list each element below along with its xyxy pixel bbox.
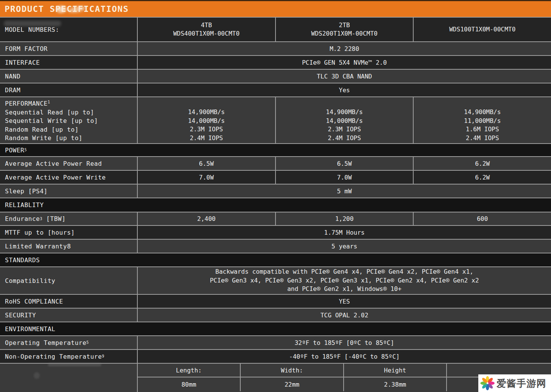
metric-value: 1.6M IOPS xyxy=(414,125,551,134)
cell-value: 2,400 xyxy=(138,212,275,225)
pinwheel-logo-icon xyxy=(480,376,495,390)
row-value: 5 years xyxy=(138,240,551,253)
compatibility-line: Backwards compatible with PCIe® Gen4 x4,… xyxy=(215,268,473,276)
section-heading: ENVIRONMENTAL xyxy=(0,322,551,335)
metric-value: 14,900MB/s xyxy=(414,108,551,117)
table-row-performance: PERFORMANCE1 Sequential Read [up to] Seq… xyxy=(0,97,551,144)
metric-value: 14,000MB/s xyxy=(138,117,275,126)
metric-value: 2.4M IOPS xyxy=(138,134,275,143)
row-value: 5 mW xyxy=(138,185,551,198)
table-row-dram: DRAM Yes xyxy=(0,83,551,97)
capacity-text: 2TB xyxy=(339,21,350,29)
metric-value: 14,900MB/s xyxy=(276,108,413,117)
table-row-dimensions: Length: Width: Height 80mm 22mm 2.38mm xyxy=(0,364,551,392)
table-row-sleep: Sleep [PS4] 5 mW xyxy=(0,185,551,198)
compatibility-line: PCIe® Gen3 x4, PCIe® Gen3 x2, PCIe® Gen3… xyxy=(210,276,479,285)
metric-value: 14,000MB/s xyxy=(276,117,413,126)
model-cell-4tb: 4TB WDS400T1X0M-00CMT0 xyxy=(138,18,275,41)
table-row-endurance: Endurance3 [TBW] 2,400 1,200 600 xyxy=(0,212,551,226)
table-row-warranty: Limited Warranty8 5 years xyxy=(0,240,551,253)
dimensions-label-cell xyxy=(0,364,138,392)
model-number-text: WDS400T1X0M-00CMT0 xyxy=(173,29,240,38)
section-heading: PERFORMANCE1 xyxy=(5,100,137,108)
performance-values-1tb: 14,900MB/s 11,000MB/s 1.6M IOPS 2.4M IOP… xyxy=(413,97,551,143)
section-heading: POWER5 xyxy=(0,144,551,156)
section-heading: STANDARDS xyxy=(0,253,551,266)
row-label: RoHS COMPLIANCE xyxy=(0,295,138,308)
dimension-header: Length: xyxy=(138,364,240,377)
metric-label: Random Read [up to] xyxy=(5,126,137,134)
row-value: PCIe® GEN 5X4 NVMe™ 2.0 xyxy=(138,56,551,69)
table-row-nand: NAND TLC 3D CBA NAND xyxy=(0,70,551,83)
metric-value: 11,000MB/s xyxy=(414,117,551,126)
page-header: PRODUCT SPECIFICATIONS xyxy=(0,0,551,18)
row-value: -40ºF to 185ºF [-40ºC to 85ºC] xyxy=(138,350,551,363)
row-label: Average Active Power Write xyxy=(0,171,138,184)
cell-value: 7.0W xyxy=(138,171,275,184)
dimension-header: Width: xyxy=(240,364,343,377)
section-header-environmental: ENVIRONMENTAL xyxy=(0,322,551,336)
row-label: MODEL NUMBERS: xyxy=(0,18,138,41)
section-header-power: POWER5 xyxy=(0,144,551,157)
row-value: Yes xyxy=(138,83,551,96)
row-label: INTERFACE xyxy=(0,56,138,69)
row-value: Backwards compatible with PCIe® Gen4 x4,… xyxy=(138,267,551,294)
cell-value: 6.2W xyxy=(413,171,551,184)
row-value: M.2 2280 xyxy=(138,42,551,55)
metric-label: Sequential Read [up to] xyxy=(5,108,137,117)
table-row-compatibility: Compatibility Backwards compatible with … xyxy=(0,267,551,295)
page-title: PRODUCT SPECIFICATIONS xyxy=(0,4,129,14)
compatibility-line: and PCIe® Gen2 x1, Windows® 10+ xyxy=(287,285,402,294)
dimension-value: 22mm xyxy=(240,377,343,391)
metric-value: 2.3M IOPS xyxy=(138,125,275,134)
erased-smudge xyxy=(34,372,40,379)
performance-values-2tb: 14,900MB/s 14,000MB/s 2.3M IOPS 2.4M IOP… xyxy=(275,97,413,143)
model-cell-2tb: 2TB WDS200T1X0M-00CMT0 xyxy=(275,18,413,41)
section-header-standards: STANDARDS xyxy=(0,253,551,267)
cell-value: 6.5W xyxy=(275,157,413,170)
cell-value: 7.0W xyxy=(275,171,413,184)
model-number-text: WDS100T1X0M-00CMT0 xyxy=(449,25,515,34)
row-label: Compatibility xyxy=(0,267,138,294)
metric-value: 2.3M IOPS xyxy=(276,125,413,134)
dimension-value: 2.38mm xyxy=(343,377,446,391)
dimension-value: 80mm xyxy=(138,377,240,391)
table-row-mttf: MTTF up to [hours] 1.75M Hours xyxy=(0,226,551,240)
row-label: NAND xyxy=(0,70,138,83)
table-row-power-write: Average Active Power Write 7.0W 7.0W 6.2… xyxy=(0,171,551,185)
table-row-non-operating-temperature: Non-Operating Temperature9 -40ºF to 185º… xyxy=(0,350,551,364)
row-value: TLC 3D CBA NAND xyxy=(138,70,551,83)
performance-values-4tb: 14,900MB/s 14,000MB/s 2.3M IOPS 2.4M IOP… xyxy=(138,97,275,143)
row-value: YES xyxy=(138,295,551,308)
row-label: Limited Warranty8 xyxy=(0,240,138,253)
model-number-text: WDS200T1X0M-00CMT0 xyxy=(311,29,377,38)
row-label: Average Active Power Read xyxy=(0,157,138,170)
row-value: 1.75M Hours xyxy=(138,226,551,239)
row-value: 32ºF to 185ºF [0ºC to 85ºC] xyxy=(138,336,551,349)
capacity-text: 4TB xyxy=(201,21,212,29)
metric-value: 2.4M IOPS xyxy=(276,134,413,143)
site-watermark: 爱酱手游网 xyxy=(478,374,551,392)
section-heading: RELIABLITY xyxy=(0,198,551,212)
cell-value: 6.5W xyxy=(138,157,275,170)
erased-smudge xyxy=(48,363,101,366)
row-label: Endurance3 [TBW] xyxy=(0,212,138,225)
table-row-security: SECURITY TCG OPAL 2.02 xyxy=(0,309,551,322)
metric-value: 2.4M IOPS xyxy=(414,134,551,143)
dimension-header: Height xyxy=(343,364,446,377)
spec-sheet: PRODUCT SPECIFICATIONS MODEL NUMBERS: 4T… xyxy=(0,0,551,392)
cell-value: 1,200 xyxy=(275,212,413,225)
footnote-marker: 1 xyxy=(47,100,50,104)
cell-value: 6.2W xyxy=(413,157,551,170)
row-label: DRAM xyxy=(0,83,138,96)
row-label: Non-Operating Temperature9 xyxy=(0,350,138,363)
row-value: TCG OPAL 2.02 xyxy=(138,309,551,322)
row-label: Sleep [PS4] xyxy=(0,185,138,198)
model-cell-1tb: WDS100T1X0M-00CMT0 xyxy=(413,18,551,41)
performance-label-cell: PERFORMANCE1 Sequential Read [up to] Seq… xyxy=(0,97,138,143)
row-label: FORM FACTOR xyxy=(0,42,138,55)
table-row-power-read: Average Active Power Read 6.5W 6.5W 6.2W xyxy=(0,157,551,171)
metric-label: Sequential Write [up to] xyxy=(5,117,137,126)
table-row-interface: INTERFACE PCIe® GEN 5X4 NVMe™ 2.0 xyxy=(0,56,551,70)
table-row-model-numbers: MODEL NUMBERS: 4TB WDS400T1X0M-00CMT0 2T… xyxy=(0,18,551,42)
